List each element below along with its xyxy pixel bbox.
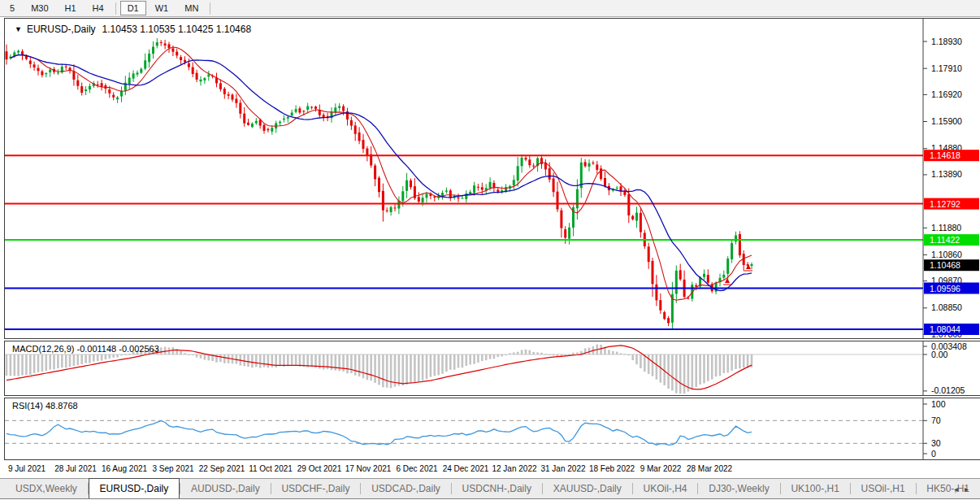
date-label: 29 Oct 2021 bbox=[297, 464, 341, 473]
timeframe-button-h1[interactable]: H1 bbox=[58, 1, 84, 15]
date-axis[interactable]: 9 Jul 202128 Jul 202116 Aug 20213 Sep 20… bbox=[4, 461, 980, 477]
timeframe-button-d1[interactable]: D1 bbox=[120, 1, 146, 15]
rsi-chart[interactable]: 10070300 bbox=[5, 398, 980, 459]
chart-symbol-label: EURUSD-,Daily bbox=[27, 24, 96, 35]
tab-audusd-daily[interactable]: AUDUSD-,Daily bbox=[180, 480, 271, 498]
svg-text:0.00: 0.00 bbox=[931, 350, 948, 359]
svg-text:1.13890: 1.13890 bbox=[931, 169, 962, 179]
date-label: 28 Mar 2022 bbox=[687, 464, 732, 473]
tab-eurusd-daily[interactable]: EURUSD-,Daily bbox=[89, 478, 180, 498]
rsi-label: RSI(14) 48.8768 bbox=[12, 401, 78, 411]
chart-dropdown-icon[interactable]: ▼ bbox=[15, 25, 22, 33]
svg-text:1.17910: 1.17910 bbox=[931, 63, 962, 73]
svg-text:1.14618: 1.14618 bbox=[930, 150, 960, 160]
date-label: 22 Sep 2021 bbox=[199, 464, 245, 473]
svg-text:-0.01205: -0.01205 bbox=[931, 385, 965, 395]
date-label: 9 Jul 2021 bbox=[8, 464, 46, 473]
candlestick-chart[interactable]: 1.189301.179101.169201.159001.148801.138… bbox=[5, 19, 980, 338]
price-chart-panel[interactable]: 1.189301.179101.169201.159001.148801.138… bbox=[4, 18, 980, 339]
svg-text:1.16920: 1.16920 bbox=[931, 89, 962, 99]
timeframe-toolbar: 5M30H1H4D1W1MN bbox=[0, 0, 980, 17]
tab-usdcad-daily[interactable]: USDCAD-,Daily bbox=[361, 480, 451, 498]
toolbar-separator bbox=[210, 2, 210, 15]
svg-text:1.18930: 1.18930 bbox=[931, 37, 962, 46]
date-label: 31 Jan 2022 bbox=[540, 464, 585, 473]
timeframe-button-w1[interactable]: W1 bbox=[148, 1, 176, 15]
tab-uk100-h1[interactable]: UK100-,H1 bbox=[780, 480, 849, 498]
date-label: 3 Sep 2021 bbox=[152, 464, 193, 473]
date-label: 28 Jul 2021 bbox=[54, 464, 97, 473]
date-label: 17 Nov 2021 bbox=[345, 464, 392, 473]
tab-ukoil-h4[interactable]: UKOil-,H4 bbox=[632, 480, 697, 498]
date-label: 11 Oct 2021 bbox=[249, 464, 293, 473]
timeframe-button-5[interactable]: 5 bbox=[2, 1, 22, 15]
tab-usdchf-daily[interactable]: USDCHF-,Daily bbox=[271, 480, 360, 498]
date-label: 18 Feb 2022 bbox=[589, 464, 635, 473]
tab-scroll-right-icon[interactable]: ▸ bbox=[965, 485, 975, 493]
date-label: 9 Mar 2022 bbox=[640, 464, 682, 473]
date-label: 6 Dec 2021 bbox=[396, 464, 437, 473]
svg-text:1.11422: 1.11422 bbox=[930, 235, 960, 245]
tab-usdcnh-daily[interactable]: USDCNH-,Daily bbox=[452, 480, 542, 498]
timeframe-button-mn[interactable]: MN bbox=[177, 1, 206, 15]
timeframe-button-h4[interactable]: H4 bbox=[85, 1, 111, 15]
svg-text:1.10468: 1.10468 bbox=[930, 260, 960, 270]
macd-panel[interactable]: 0.0034080.00-0.01205 MACD(12,26,9) -0.00… bbox=[4, 341, 980, 396]
svg-text:1.10860: 1.10860 bbox=[931, 250, 962, 259]
svg-text:1.08850: 1.08850 bbox=[931, 302, 962, 312]
svg-text:1.11880: 1.11880 bbox=[931, 223, 961, 233]
date-label: 12 Jan 2022 bbox=[492, 464, 536, 473]
chart-tabbar: USDX,WeeklyEURUSD-,DailyAUDUSD-,DailyUSD… bbox=[0, 478, 980, 499]
chart-title: ▼EURUSD-,Daily1.10453 1.10535 1.10425 1.… bbox=[15, 24, 251, 35]
svg-text:0: 0 bbox=[931, 449, 936, 459]
tab-dj30-weekly[interactable]: DJ30-,Weekly bbox=[698, 480, 779, 498]
tab-scroll-left-icon[interactable]: ◂ bbox=[954, 485, 965, 493]
svg-text:100: 100 bbox=[931, 399, 946, 409]
macd-label: MACD(12,26,9) -0.001148 -0.002563 bbox=[12, 344, 159, 354]
rsi-panel[interactable]: 10070300 RSI(14) 48.8768 bbox=[4, 398, 980, 460]
date-label: 24 Dec 2021 bbox=[443, 464, 489, 473]
date-label: 16 Aug 2021 bbox=[102, 464, 147, 473]
toolbar-separator bbox=[115, 2, 116, 15]
svg-text:70: 70 bbox=[931, 415, 941, 425]
trading-app-window: 5M30H1H4D1W1MN 1.189301.179101.169201.15… bbox=[0, 0, 980, 500]
svg-text:30: 30 bbox=[931, 438, 941, 448]
tab-usdx-weekly[interactable]: USDX,Weekly bbox=[5, 480, 88, 498]
svg-text:1.12792: 1.12792 bbox=[930, 199, 960, 209]
timeframe-button-m30[interactable]: M30 bbox=[24, 1, 55, 15]
svg-text:1.09596: 1.09596 bbox=[930, 284, 960, 293]
tab-xauusd-daily[interactable]: XAUUSD-,Daily bbox=[543, 480, 632, 498]
tab-usoil-h1[interactable]: USOil-,H1 bbox=[851, 480, 916, 498]
svg-text:1.08044: 1.08044 bbox=[930, 324, 960, 334]
chart-ohlc-values: 1.10453 1.10535 1.10425 1.10468 bbox=[102, 24, 252, 35]
svg-text:1.15900: 1.15900 bbox=[931, 116, 962, 126]
